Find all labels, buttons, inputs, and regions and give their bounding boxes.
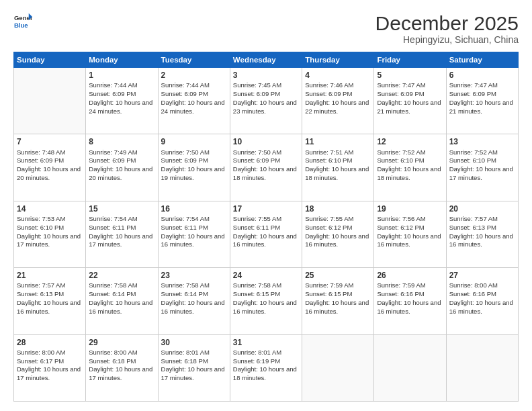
- table-row: 24Sunrise: 7:58 AMSunset: 6:15 PMDayligh…: [230, 268, 302, 334]
- day-info: Sunset: 6:14 PM: [89, 290, 154, 299]
- day-info: Sunset: 6:09 PM: [89, 156, 154, 165]
- table-row: 5Sunrise: 7:47 AMSunset: 6:09 PMDaylight…: [374, 68, 446, 134]
- day-info: Sunrise: 7:56 AM: [377, 215, 443, 224]
- table-row: 10Sunrise: 7:50 AMSunset: 6:09 PMDayligh…: [230, 134, 302, 201]
- header: General Blue December 2025 Hepingyizu, S…: [13, 12, 519, 45]
- col-thursday: Thursday: [302, 52, 374, 68]
- day-number: 4: [305, 70, 371, 81]
- col-sunday: Sunday: [14, 52, 86, 68]
- day-info: Daylight: 10 hours and 24 minutes.: [89, 99, 154, 116]
- day-info: Sunrise: 7:59 AM: [305, 281, 371, 290]
- calendar-table: Sunday Monday Tuesday Wednesday Thursday…: [13, 52, 519, 402]
- col-wednesday: Wednesday: [230, 52, 302, 68]
- table-row: 27Sunrise: 8:00 AMSunset: 6:16 PMDayligh…: [446, 268, 518, 334]
- day-info: Daylight: 10 hours and 17 minutes.: [17, 365, 83, 383]
- table-row: 8Sunrise: 7:49 AMSunset: 6:09 PMDaylight…: [86, 134, 158, 201]
- calendar-week-row: 28Sunrise: 8:00 AMSunset: 6:17 PMDayligh…: [14, 334, 519, 401]
- calendar-week-row: 14Sunrise: 7:53 AMSunset: 6:10 PMDayligh…: [14, 201, 519, 267]
- day-info: Sunrise: 8:00 AM: [17, 349, 83, 357]
- day-info: Sunrise: 7:50 AM: [233, 148, 299, 157]
- day-number: 3: [233, 70, 299, 81]
- day-info: Sunset: 6:15 PM: [305, 290, 371, 299]
- day-info: Daylight: 10 hours and 17 minutes.: [89, 232, 154, 250]
- day-number: 30: [161, 337, 227, 348]
- day-info: Sunset: 6:13 PM: [17, 290, 83, 299]
- day-info: Daylight: 10 hours and 16 minutes.: [377, 232, 443, 250]
- day-info: Daylight: 10 hours and 16 minutes.: [161, 299, 227, 316]
- day-info: Sunrise: 7:58 AM: [89, 281, 154, 290]
- calendar-header-row: Sunday Monday Tuesday Wednesday Thursday…: [14, 52, 519, 68]
- table-row: 3Sunrise: 7:45 AMSunset: 6:09 PMDaylight…: [230, 68, 302, 134]
- day-info: Sunset: 6:09 PM: [377, 90, 443, 99]
- day-info: Sunrise: 7:44 AM: [161, 81, 227, 90]
- day-info: Sunrise: 7:55 AM: [305, 215, 371, 224]
- day-number: 2: [161, 70, 227, 81]
- day-info: Daylight: 10 hours and 16 minutes.: [305, 299, 371, 316]
- table-row: 21Sunrise: 7:57 AMSunset: 6:13 PMDayligh…: [14, 268, 86, 334]
- day-info: Daylight: 10 hours and 17 minutes.: [17, 232, 83, 250]
- day-number: 12: [377, 136, 443, 147]
- day-info: Sunrise: 7:58 AM: [233, 281, 299, 290]
- day-info: Sunset: 6:14 PM: [161, 290, 227, 299]
- day-number: 10: [233, 136, 299, 147]
- day-info: Sunset: 6:17 PM: [17, 357, 83, 366]
- table-row: [14, 68, 86, 134]
- day-info: Sunset: 6:09 PM: [17, 156, 83, 165]
- day-info: Sunrise: 7:47 AM: [449, 81, 515, 90]
- day-number: 29: [89, 337, 154, 348]
- day-info: Sunrise: 7:49 AM: [89, 148, 154, 157]
- table-row: 4Sunrise: 7:46 AMSunset: 6:09 PMDaylight…: [302, 68, 374, 134]
- day-info: Sunrise: 7:50 AM: [161, 148, 227, 157]
- day-info: Sunset: 6:15 PM: [233, 290, 299, 299]
- day-info: Sunset: 6:09 PM: [449, 90, 515, 99]
- table-row: 17Sunrise: 7:55 AMSunset: 6:11 PMDayligh…: [230, 201, 302, 267]
- svg-text:Blue: Blue: [14, 21, 28, 29]
- table-row: 23Sunrise: 7:58 AMSunset: 6:14 PMDayligh…: [158, 268, 230, 334]
- table-row: 1Sunrise: 7:44 AMSunset: 6:09 PMDaylight…: [86, 68, 158, 134]
- table-row: 25Sunrise: 7:59 AMSunset: 6:15 PMDayligh…: [302, 268, 374, 334]
- calendar-week-row: 21Sunrise: 7:57 AMSunset: 6:13 PMDayligh…: [14, 268, 519, 334]
- day-info: Sunset: 6:09 PM: [233, 156, 299, 165]
- day-info: Sunset: 6:09 PM: [161, 156, 227, 165]
- day-info: Daylight: 10 hours and 22 minutes.: [305, 99, 371, 116]
- day-number: 6: [449, 70, 515, 81]
- day-info: Sunset: 6:10 PM: [305, 156, 371, 165]
- day-number: 1: [89, 70, 154, 81]
- table-row: [302, 334, 374, 401]
- day-info: Sunrise: 8:01 AM: [233, 349, 299, 357]
- col-tuesday: Tuesday: [158, 52, 230, 68]
- day-info: Daylight: 10 hours and 20 minutes.: [17, 165, 83, 183]
- day-info: Sunrise: 7:47 AM: [377, 81, 443, 90]
- day-number: 31: [233, 337, 299, 348]
- day-number: 16: [161, 203, 227, 214]
- day-number: 21: [17, 270, 83, 281]
- day-info: Sunrise: 7:52 AM: [449, 148, 515, 157]
- day-info: Sunset: 6:11 PM: [89, 224, 154, 232]
- day-info: Sunset: 6:10 PM: [377, 156, 443, 165]
- table-row: [374, 334, 446, 401]
- table-row: 14Sunrise: 7:53 AMSunset: 6:10 PMDayligh…: [14, 201, 86, 267]
- day-number: 19: [377, 203, 443, 214]
- day-info: Sunset: 6:16 PM: [449, 290, 515, 299]
- day-info: Sunset: 6:09 PM: [305, 90, 371, 99]
- day-number: 14: [17, 203, 83, 214]
- day-info: Sunset: 6:12 PM: [377, 224, 443, 232]
- day-info: Sunrise: 7:44 AM: [89, 81, 154, 90]
- table-row: 9Sunrise: 7:50 AMSunset: 6:09 PMDaylight…: [158, 134, 230, 201]
- table-row: 16Sunrise: 7:54 AMSunset: 6:11 PMDayligh…: [158, 201, 230, 267]
- day-number: 28: [17, 337, 83, 348]
- day-info: Daylight: 10 hours and 18 minutes.: [377, 165, 443, 183]
- day-info: Daylight: 10 hours and 18 minutes.: [233, 165, 299, 183]
- day-info: Sunset: 6:18 PM: [89, 357, 154, 366]
- table-row: 29Sunrise: 8:00 AMSunset: 6:18 PMDayligh…: [86, 334, 158, 401]
- title-block: December 2025 Hepingyizu, Sichuan, China: [375, 12, 519, 45]
- day-info: Sunset: 6:10 PM: [449, 156, 515, 165]
- day-number: 17: [233, 203, 299, 214]
- table-row: 28Sunrise: 8:00 AMSunset: 6:17 PMDayligh…: [14, 334, 86, 401]
- day-number: 7: [17, 136, 83, 147]
- day-info: Sunset: 6:12 PM: [305, 224, 371, 232]
- day-info: Daylight: 10 hours and 16 minutes.: [449, 299, 515, 316]
- day-info: Sunrise: 7:54 AM: [89, 215, 154, 224]
- table-row: 22Sunrise: 7:58 AMSunset: 6:14 PMDayligh…: [86, 268, 158, 334]
- col-friday: Friday: [374, 52, 446, 68]
